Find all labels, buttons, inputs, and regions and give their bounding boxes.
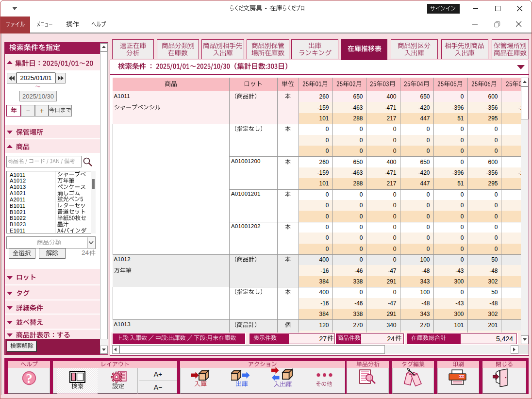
svg-text:?: ? <box>26 371 33 385</box>
